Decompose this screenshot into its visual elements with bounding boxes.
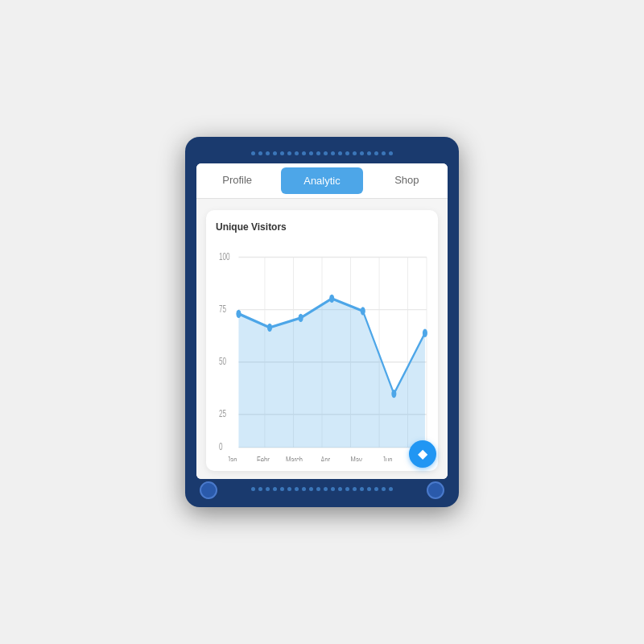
fab-button[interactable]: ◆	[409, 440, 436, 468]
tab-profile[interactable]: Profile	[196, 163, 278, 198]
chart-point	[391, 390, 396, 398]
svg-text:March: March	[286, 454, 303, 461]
tab-bar: Profile Analytic Shop	[196, 163, 448, 199]
screen: Profile Analytic Shop Unique Visitors 10…	[196, 163, 448, 479]
svg-text:Jan: Jan	[227, 454, 237, 461]
svg-text:75: 75	[219, 303, 226, 315]
corner-circle-right	[427, 481, 444, 499]
chart-fill	[238, 299, 425, 448]
svg-text:25: 25	[219, 407, 226, 419]
svg-text:Apr: Apr	[320, 454, 330, 461]
bottom-connector-dots	[196, 487, 448, 491]
chart-title: Unique Visitors	[216, 221, 428, 233]
chart-svg: 100 75 50 25 0	[216, 241, 428, 461]
chart-area: 100 75 50 25 0	[216, 241, 428, 461]
top-connector-dots	[196, 151, 448, 155]
svg-text:100: 100	[219, 250, 230, 262]
device: Profile Analytic Shop Unique Visitors 10…	[185, 137, 459, 507]
chart-point	[236, 310, 241, 318]
svg-text:50: 50	[219, 355, 226, 367]
tab-analytic[interactable]: Analytic	[281, 167, 362, 194]
chart-point	[423, 329, 427, 337]
corner-circle-left	[200, 481, 217, 499]
svg-text:May: May	[350, 454, 362, 461]
drop-icon: ◆	[418, 448, 427, 460]
tab-shop[interactable]: Shop	[366, 163, 448, 198]
svg-text:Febr: Febr	[257, 454, 270, 461]
screen-content: Unique Visitors 100 75 50 25 0	[196, 199, 448, 479]
chart-point	[329, 295, 334, 303]
svg-text:Jun: Jun	[382, 454, 392, 461]
chart-point	[267, 324, 272, 332]
chart-card: Unique Visitors 100 75 50 25 0	[206, 210, 438, 471]
chart-point	[361, 307, 365, 315]
svg-text:0: 0	[219, 440, 223, 452]
chart-point	[299, 314, 303, 322]
